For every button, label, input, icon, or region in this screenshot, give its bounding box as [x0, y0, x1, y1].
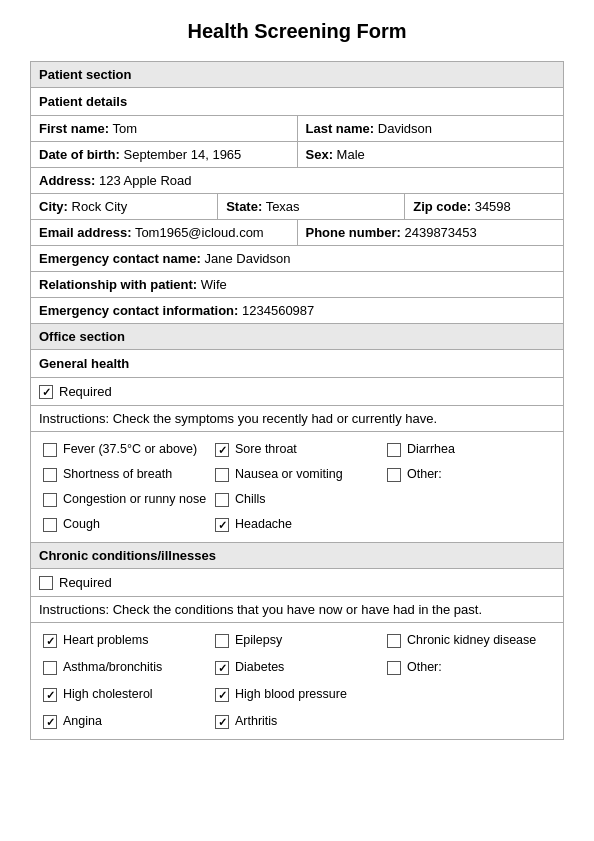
symptom-label-chills: Chills: [235, 492, 266, 506]
form-container: Patient section Patient details First na…: [30, 61, 564, 740]
symptom-checkbox-nausea[interactable]: [215, 468, 229, 482]
condition-item-epilepsy: Epilepsy: [211, 631, 383, 650]
name-row: First name: Tom Last name: Davidson: [31, 116, 563, 142]
symptom-checkbox-shortness[interactable]: [43, 468, 57, 482]
condition-item-kidney: Chronic kidney disease: [383, 631, 555, 650]
sex-cell: Sex: Male: [298, 142, 564, 167]
first-name-label: First name:: [39, 121, 109, 136]
emergency-name-label: Emergency contact name:: [39, 251, 201, 266]
required-checkbox[interactable]: [39, 385, 53, 399]
symptoms-grid: Fever (37.5°C or above)Shortness of brea…: [31, 432, 563, 543]
emergency-name-row: Emergency contact name: Jane Davidson: [31, 246, 563, 272]
condition-item-heart: Heart problems: [39, 631, 211, 650]
chronic-grid: Heart problemsAsthma/bronchitisHigh chol…: [31, 623, 563, 739]
chronic-required-checkbox[interactable]: [39, 576, 53, 590]
state-value: Texas: [266, 199, 300, 214]
zip-value: 34598: [475, 199, 511, 214]
required-label: Required: [59, 384, 112, 399]
condition-checkbox-high_chol[interactable]: [43, 688, 57, 702]
symptom-checkbox-sore_throat[interactable]: [215, 443, 229, 457]
symptom-item-other: Other:: [383, 465, 555, 484]
symptom-checkbox-diarrhea[interactable]: [387, 443, 401, 457]
phone-value: 2439873453: [404, 225, 476, 240]
city-cell: City: Rock City: [31, 194, 218, 219]
condition-checkbox-kidney[interactable]: [387, 634, 401, 648]
patient-details-header: Patient details: [31, 88, 563, 116]
state-cell: State: Texas: [218, 194, 405, 219]
condition-label-arthritis: Arthritis: [235, 714, 277, 728]
last-name-cell: Last name: Davidson: [298, 116, 564, 141]
email-cell: Email address: Tom1965@icloud.com: [31, 220, 298, 245]
symptom-checkbox-congestion[interactable]: [43, 493, 57, 507]
condition-item-asthma: Asthma/bronchitis: [39, 658, 211, 677]
dob-value: September 14, 1965: [124, 147, 242, 162]
emergency-info-value: 1234560987: [242, 303, 314, 318]
symptom-label-nausea: Nausea or vomiting: [235, 467, 343, 481]
condition-checkbox-heart[interactable]: [43, 634, 57, 648]
dob-cell: Date of birth: September 14, 1965: [31, 142, 298, 167]
condition-label-high_bp: High blood pressure: [235, 687, 347, 701]
symptom-item-sore_throat: Sore throat: [211, 440, 383, 459]
chronic-required-label: Required: [59, 575, 112, 590]
symptom-item-congestion: Congestion or runny nose: [39, 490, 211, 509]
condition-item-other2: Other:: [383, 658, 555, 677]
symptom-label-congestion: Congestion or runny nose: [63, 492, 206, 506]
symptom-label-fever: Fever (37.5°C or above): [63, 442, 197, 456]
symptom-checkbox-headache[interactable]: [215, 518, 229, 532]
dob-label: Date of birth:: [39, 147, 120, 162]
condition-checkbox-diabetes[interactable]: [215, 661, 229, 675]
symptom-label-shortness: Shortness of breath: [63, 467, 172, 481]
sex-value: Male: [337, 147, 365, 162]
relationship-label: Relationship with patient:: [39, 277, 197, 292]
symptom-item-nausea: Nausea or vomiting: [211, 465, 383, 484]
city-value: Rock City: [72, 199, 128, 214]
chronic-required-row: Required: [31, 569, 563, 597]
emergency-info-row: Emergency contact information: 123456098…: [31, 298, 563, 324]
condition-item-high_bp: High blood pressure: [211, 685, 383, 704]
condition-label-epilepsy: Epilepsy: [235, 633, 282, 647]
symptom-checkbox-fever[interactable]: [43, 443, 57, 457]
condition-checkbox-arthritis[interactable]: [215, 715, 229, 729]
condition-label-diabetes: Diabetes: [235, 660, 284, 674]
condition-label-kidney: Chronic kidney disease: [407, 633, 536, 647]
zip-cell: Zip code: 34598: [405, 194, 563, 219]
first-name-cell: First name: Tom: [31, 116, 298, 141]
address-label: Address:: [39, 173, 95, 188]
dob-row: Date of birth: September 14, 1965 Sex: M…: [31, 142, 563, 168]
symptom-label-sore_throat: Sore throat: [235, 442, 297, 456]
sex-label: Sex:: [306, 147, 333, 162]
symptom-checkbox-cough[interactable]: [43, 518, 57, 532]
email-phone-row: Email address: Tom1965@icloud.com Phone …: [31, 220, 563, 246]
symptom-label-diarrhea: Diarrhea: [407, 442, 455, 456]
condition-checkbox-high_bp[interactable]: [215, 688, 229, 702]
condition-label-angina: Angina: [63, 714, 102, 728]
symptom-checkbox-other[interactable]: [387, 468, 401, 482]
symptom-label-headache: Headache: [235, 517, 292, 531]
condition-item-high_chol: High cholesterol: [39, 685, 211, 704]
last-name-label: Last name:: [306, 121, 375, 136]
page-title: Health Screening Form: [30, 20, 564, 43]
email-label: Email address:: [39, 225, 132, 240]
condition-item-diabetes: Diabetes: [211, 658, 383, 677]
condition-label-heart: Heart problems: [63, 633, 148, 647]
required-row: Required: [31, 378, 563, 406]
condition-checkbox-angina[interactable]: [43, 715, 57, 729]
chronic-instructions: Instructions: Check the conditions that …: [31, 597, 563, 623]
symptom-checkbox-chills[interactable]: [215, 493, 229, 507]
symptom-item-shortness: Shortness of breath: [39, 465, 211, 484]
condition-checkbox-asthma[interactable]: [43, 661, 57, 675]
address-row: Address: 123 Apple Road: [31, 168, 563, 194]
last-name-value: Davidson: [378, 121, 432, 136]
symptom-item-fever: Fever (37.5°C or above): [39, 440, 211, 459]
relationship-value: Wife: [201, 277, 227, 292]
condition-checkbox-epilepsy[interactable]: [215, 634, 229, 648]
condition-checkbox-other2[interactable]: [387, 661, 401, 675]
city-state-zip-row: City: Rock City State: Texas Zip code: 3…: [31, 194, 563, 220]
emergency-info-label: Emergency contact information:: [39, 303, 238, 318]
symptom-item-cough: Cough: [39, 515, 211, 534]
relationship-row: Relationship with patient: Wife: [31, 272, 563, 298]
condition-label-asthma: Asthma/bronchitis: [63, 660, 162, 674]
symptom-label-other: Other:: [407, 467, 442, 481]
symptom-item-chills: Chills: [211, 490, 383, 509]
state-label: State:: [226, 199, 262, 214]
